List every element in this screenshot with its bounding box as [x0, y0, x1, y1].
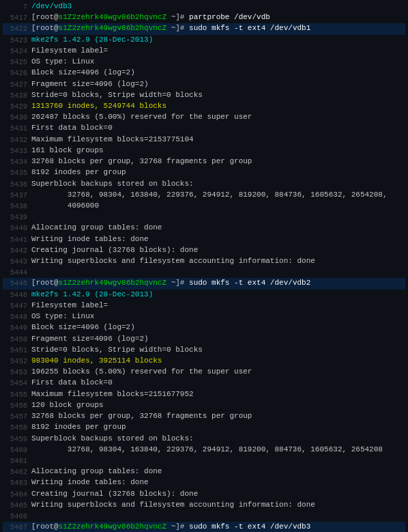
line-number: 5428	[3, 90, 27, 101]
terminal-line: 5440Allocating group tables: done	[3, 223, 405, 234]
terminal-window: 7/dev/vdb35417[root@s1Z2zehrk49wgv86b2hq…	[0, 0, 408, 532]
line-number: 5460	[3, 445, 27, 456]
line-content: Block size=4096 (log=2)	[31, 322, 405, 333]
line-content: 32768 blocks per group, 32768 fragments …	[31, 156, 405, 167]
line-content: Writing superblocks and filesystem accou…	[31, 256, 405, 267]
terminal-line: 5463Writing inode tables: done	[3, 477, 405, 488]
terminal-line: 5446mke2fs 1.42.9 (28-Dec-2013)	[3, 290, 405, 300]
line-content: OS type: Linux	[31, 57, 405, 68]
terminal-line: 5436Superblock backups stored on blocks:	[3, 179, 405, 190]
line-content: [root@s1Z2zehrk49wgv86b2hqvncZ ~]# partp…	[31, 12, 405, 23]
line-number: 5443	[3, 256, 27, 267]
line-number: 5446	[3, 290, 27, 300]
terminal-line: 5441Writing inode tables: done	[3, 234, 405, 245]
line-number: 5417	[3, 12, 27, 23]
line-number: 5452	[3, 356, 27, 367]
line-content: Fragment size=4096 (log=2)	[31, 79, 405, 90]
terminal-line: 5438 4096000	[3, 201, 405, 212]
terminal-line: 5444	[3, 267, 405, 278]
line-content: Creating journal (32768 blocks): done	[31, 245, 405, 256]
line-number: 5464	[3, 489, 27, 500]
line-content: OS type: Linux	[31, 311, 405, 322]
line-number: 5423	[3, 35, 27, 46]
line-content: Creating journal (32768 blocks): done	[31, 489, 405, 500]
line-content: 196255 blocks (5.00%) reserved for the s…	[31, 367, 405, 378]
terminal-line: 5467[root@s1Z2zehrk49wgv86b2hqvncZ ~]# s…	[3, 522, 405, 532]
terminal-line: 545732768 blocks per group, 32768 fragme…	[3, 411, 405, 422]
line-content: Filesystem label=	[31, 300, 405, 311]
line-number: 5463	[3, 477, 27, 488]
line-content: Superblock backups stored on blocks:	[31, 179, 405, 190]
line-number: 5439	[3, 212, 27, 223]
line-number: 5433	[3, 145, 27, 156]
line-number: 5435	[3, 167, 27, 178]
terminal-line: 5425OS type: Linux	[3, 57, 405, 68]
line-number: 5424	[3, 46, 27, 57]
terminal-line: 5451Stride=0 blocks, Stripe width=0 bloc…	[3, 345, 405, 356]
line-number: 5458	[3, 422, 27, 433]
line-number: 5456	[3, 400, 27, 411]
terminal-line: 5461	[3, 456, 405, 466]
terminal-line: 5464Creating journal (32768 blocks): don…	[3, 489, 405, 500]
terminal-line: 5450Fragment size=4096 (log=2)	[3, 334, 405, 345]
line-content: Stride=0 blocks, Stripe width=0 blocks	[31, 90, 405, 101]
line-content: 983040 inodes, 3925114 blocks	[31, 356, 405, 367]
line-number: 5442	[3, 245, 27, 256]
line-number: 5427	[3, 79, 27, 90]
line-number: 5441	[3, 234, 27, 245]
line-content: 262487 blocks (5.00%) reserved for the s…	[31, 112, 405, 123]
line-content: [root@s1Z2zehrk49wgv86b2hqvncZ ~]# sudo …	[31, 23, 405, 34]
line-content: 8192 inodes per group	[31, 422, 405, 433]
line-content: Writing inode tables: done	[31, 234, 405, 245]
line-number: 5434	[3, 156, 27, 167]
terminal-line: 5439	[3, 212, 405, 223]
line-number: 5447	[3, 300, 27, 311]
terminal-line: 543432768 blocks per group, 32768 fragme…	[3, 156, 405, 167]
line-content: Stride=0 blocks, Stripe width=0 blocks	[31, 345, 405, 356]
line-content: Writing superblocks and filesystem accou…	[31, 500, 405, 511]
line-content: 4096000	[31, 201, 405, 212]
line-content: mke2fs 1.42.9 (28-Dec-2013)	[31, 35, 405, 46]
line-content: 120 block groups	[31, 400, 405, 411]
terminal-line: 5459Superblock backups stored on blocks:	[3, 434, 405, 445]
line-number: 5437	[3, 190, 27, 201]
line-number: 5467	[3, 522, 27, 532]
line-content: Fragment size=4096 (log=2)	[31, 334, 405, 345]
line-number: 5448	[3, 311, 27, 322]
line-number: 5425	[3, 57, 27, 68]
line-number: 5429	[3, 101, 27, 112]
line-content: Allocating group tables: done	[31, 466, 405, 477]
terminal-line: 5448OS type: Linux	[3, 311, 405, 322]
line-content: 32768 blocks per group, 32768 fragments …	[31, 411, 405, 422]
line-content: 161 block groups	[31, 145, 405, 156]
terminal-line: 5430262487 blocks (5.00%) reserved for t…	[3, 112, 405, 123]
line-number: 5457	[3, 411, 27, 422]
terminal-line: 5422[root@s1Z2zehrk49wgv86b2hqvncZ ~]# s…	[3, 23, 405, 34]
line-content: 32768, 98304, 163840, 229376, 294912, 81…	[31, 445, 405, 456]
terminal-line: 5456120 block groups	[3, 400, 405, 411]
terminal-line: 5426Block size=4096 (log=2)	[3, 68, 405, 79]
terminal-line: 5454First data block=0	[3, 378, 405, 389]
line-number: 5462	[3, 466, 27, 477]
line-content: Maximum filesystem blocks=2151677952	[31, 389, 405, 400]
terminal-line: 7/dev/vdb3	[3, 1, 405, 12]
line-number: 7	[3, 1, 27, 12]
line-content: Block size=4096 (log=2)	[31, 68, 405, 79]
line-content: First data block=0	[31, 378, 405, 389]
line-content: Superblock backups stored on blocks:	[31, 434, 405, 445]
terminal-line: 5437 32768, 98304, 163840, 229376, 29491…	[3, 190, 405, 201]
line-number: 5451	[3, 345, 27, 356]
terminal-line: 5447Filesystem label=	[3, 300, 405, 311]
terminal-line: 5449Block size=4096 (log=2)	[3, 322, 405, 333]
terminal-line: 5466	[3, 511, 405, 522]
terminal-line: 54291313760 inodes, 5249744 blocks	[3, 101, 405, 112]
line-content: 32768, 98304, 163840, 229376, 294912, 81…	[31, 190, 405, 201]
line-content: 1313760 inodes, 5249744 blocks	[31, 101, 405, 112]
line-number: 5431	[3, 123, 27, 134]
terminal-output: 7/dev/vdb35417[root@s1Z2zehrk49wgv86b2hq…	[3, 1, 405, 532]
terminal-line: 5431First data block=0	[3, 123, 405, 134]
terminal-line: 5427Fragment size=4096 (log=2)	[3, 79, 405, 90]
terminal-line: 5465Writing superblocks and filesystem a…	[3, 500, 405, 511]
line-number: 5432	[3, 135, 27, 145]
line-content: Allocating group tables: done	[31, 223, 405, 234]
